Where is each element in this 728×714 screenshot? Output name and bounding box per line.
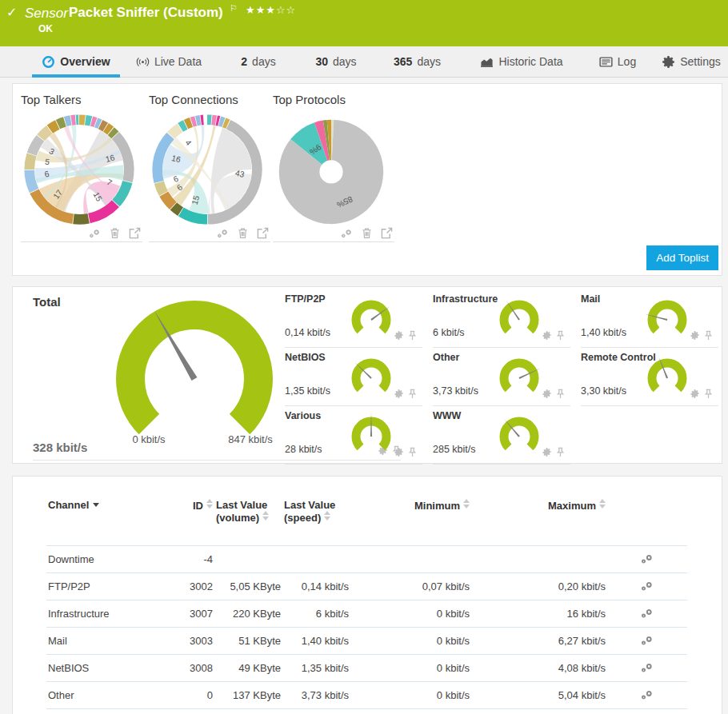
cell-channel: Mail: [46, 635, 166, 647]
tab-365-days[interactable]: 365days: [379, 46, 455, 77]
table-row-netbios: NetBIOS300849 KByte1,35 kbit/s0 kbit/s4,…: [46, 655, 687, 682]
add-toplist-button[interactable]: Add Toplist: [646, 245, 718, 270]
column-header-id[interactable]: ID: [166, 499, 214, 512]
cell-minimum: 0 kbit/s: [350, 689, 471, 701]
toplist-title: Top Protocols: [273, 93, 346, 106]
tab-label: Live Data: [154, 55, 202, 68]
sensor-kind-label: Sensor: [25, 6, 68, 22]
gauge-channel-name: FTP/P2P: [285, 293, 326, 305]
edit-gears-icon[interactable]: [641, 634, 654, 646]
pin-icon[interactable]: [703, 389, 714, 399]
column-header-label: ID: [193, 500, 203, 512]
column-header-last-value-speed-[interactable]: Last Value (speed): [282, 499, 350, 524]
gauge-cell-actions: [394, 330, 418, 341]
gear-icon[interactable]: [394, 330, 404, 341]
pin-icon[interactable]: [407, 330, 418, 341]
cell-maximum: 6,27 kbit/s: [471, 635, 607, 647]
gear-icon[interactable]: [542, 330, 552, 341]
gauge-channel-value: 0,14 kbit/s: [285, 327, 330, 338]
edit-gears-icon[interactable]: [641, 607, 654, 619]
gear-icon[interactable]: [394, 447, 404, 457]
delete-icon[interactable]: [361, 227, 373, 239]
gear-icon[interactable]: [690, 389, 700, 399]
delete-icon[interactable]: [109, 227, 121, 239]
cell-id: 3007: [166, 608, 214, 620]
gauge-cell-actions: [690, 389, 714, 399]
divider: [581, 347, 718, 348]
gear-icon[interactable]: [542, 389, 552, 399]
gauge-cell-actions: [542, 447, 566, 457]
sort-toggle-icon[interactable]: [599, 499, 606, 509]
toplist-actions: [89, 227, 141, 239]
column-header-label: Channel: [48, 499, 89, 511]
sort-toggle-icon[interactable]: [324, 511, 330, 521]
pin-icon[interactable]: [555, 389, 566, 399]
cell-channel: Downtime: [46, 553, 166, 565]
column-header-maximum[interactable]: Maximum: [471, 499, 607, 512]
pin-icon[interactable]: [407, 447, 418, 457]
column-header-minimum[interactable]: Minimum: [350, 499, 471, 512]
open-external-icon[interactable]: [129, 227, 141, 239]
cell-last_volume: 5,05 KByte: [214, 580, 282, 592]
channel-gauge: [642, 355, 693, 401]
pin-icon[interactable]: [555, 330, 566, 341]
open-external-icon[interactable]: [381, 227, 393, 239]
tab-30-days[interactable]: 30days: [301, 46, 371, 77]
tab-label: Log: [618, 55, 636, 68]
channel-gauge: [346, 297, 397, 343]
channel-gauge: [642, 297, 693, 343]
pin-icon[interactable]: [555, 447, 566, 457]
channel-gauge-netbios: NetBIOS1,35 kbit/s: [285, 349, 422, 406]
edit-gears-icon[interactable]: [641, 580, 654, 592]
divider: [273, 241, 394, 242]
cell-minimum: 0 kbit/s: [350, 635, 471, 647]
cell-last_volume: 220 KByte: [214, 608, 282, 620]
sort-toggle-icon[interactable]: [463, 499, 470, 509]
gauge-channel-value: 28 kbit/s: [285, 444, 322, 455]
gear-icon[interactable]: [690, 330, 700, 341]
tab-overview[interactable]: Overview: [32, 46, 120, 77]
sensor-title: Packet Sniffer (Custom): [69, 5, 223, 21]
cell-channel: FTP/P2P: [46, 580, 166, 592]
gear-icon[interactable]: [394, 389, 404, 399]
sort-desc-icon[interactable]: [93, 503, 99, 507]
delete-icon[interactable]: [237, 227, 249, 239]
gear-icon[interactable]: [542, 447, 552, 457]
channel-gauge-ftp-p2p: FTP/P2P0,14 kbit/s: [285, 290, 422, 348]
edit-gears-icon[interactable]: [217, 227, 229, 239]
tab-historic-data[interactable]: Historic Data: [470, 46, 573, 77]
channel-gauge-other: Other3,73 kbit/s: [433, 349, 570, 406]
tab-label: Overview: [60, 55, 110, 68]
tab-settings[interactable]: Settings: [656, 46, 726, 77]
row-actions: [607, 580, 687, 594]
sort-toggle-icon[interactable]: [262, 511, 269, 521]
pin-icon[interactable]: [703, 330, 714, 341]
toplist-actions: [217, 227, 269, 239]
edit-gears-icon[interactable]: [641, 552, 654, 564]
tab-2-days[interactable]: 2days: [226, 46, 290, 77]
edit-gears-icon[interactable]: [89, 227, 101, 239]
edit-gears-icon[interactable]: [341, 227, 353, 239]
pin-icon[interactable]: [407, 389, 418, 399]
chord-chart: 431566164: [149, 111, 266, 228]
edit-gears-icon[interactable]: [641, 688, 654, 700]
column-header-last-value-volume-[interactable]: Last Value (volume): [214, 499, 282, 524]
total-gauge-title: Total: [33, 295, 61, 309]
open-external-icon[interactable]: [257, 227, 269, 239]
priority-stars[interactable]: ★★★☆☆: [246, 4, 296, 16]
edit-gears-icon[interactable]: [641, 661, 654, 673]
gauge-cell-actions: [690, 330, 714, 341]
toplist-cell-top-protocols: Top Protocols85%9%: [273, 84, 394, 244]
cell-last_volume: 49 KByte: [214, 662, 282, 674]
column-header-channel[interactable]: Channel: [46, 499, 166, 511]
column-header-label: Maximum: [548, 500, 596, 512]
tab-label: days: [333, 55, 357, 68]
tab-log[interactable]: Log: [586, 46, 649, 77]
total-gauge-min-label: 0 kbit/s: [132, 433, 165, 445]
table-row-downtime: Downtime-4: [46, 546, 687, 573]
sort-toggle-icon[interactable]: [206, 499, 213, 509]
tab-live-data[interactable]: Live Data: [122, 46, 216, 77]
flag-icon[interactable]: ⚐: [230, 3, 238, 14]
total-gauge-max-label: 847 kbit/s: [228, 433, 273, 445]
divider: [21, 241, 142, 242]
